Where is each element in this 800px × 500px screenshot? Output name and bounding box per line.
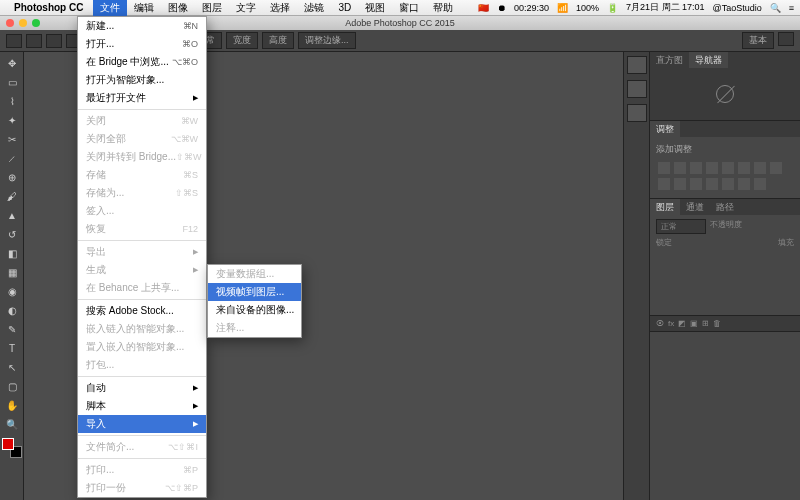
wand-tool[interactable]: ✦ [2, 111, 22, 129]
menu-view[interactable]: 视图 [358, 0, 392, 16]
path-tool[interactable]: ↖ [2, 358, 22, 376]
move-tool[interactable]: ✥ [2, 54, 22, 72]
menu-image[interactable]: 图像 [161, 0, 195, 16]
marquee-mode-1[interactable] [46, 34, 62, 48]
maximize-button[interactable] [32, 19, 40, 27]
menu-item[interactable]: 自动 [78, 379, 206, 397]
fx-icon[interactable]: fx [668, 319, 674, 328]
search-panel-icon[interactable] [778, 32, 794, 46]
adj-poster-icon[interactable] [706, 178, 718, 190]
ps-home-icon[interactable] [6, 34, 22, 48]
opt-refine[interactable]: 调整边缘... [298, 32, 356, 49]
date-time[interactable]: 7月21日 周二 17:01 [626, 1, 705, 14]
input-icon[interactable]: 🇨🇳 [478, 3, 489, 13]
wifi-icon[interactable]: 📶 [557, 3, 568, 13]
zoom-tool[interactable]: 🔍 [2, 415, 22, 433]
opt-width[interactable]: 宽度 [226, 32, 258, 49]
opt-height[interactable]: 高度 [262, 32, 294, 49]
menu-item: 在 Behance 上共享... [78, 279, 206, 297]
battery-icon: 🔋 [607, 3, 618, 13]
menu-item[interactable]: 脚本 [78, 397, 206, 415]
crop-tool[interactable]: ✂ [2, 130, 22, 148]
search-icon[interactable]: 🔍 [770, 3, 781, 13]
shape-tool[interactable]: ▢ [2, 377, 22, 395]
tool-preset[interactable] [26, 34, 42, 48]
new-layer-icon[interactable]: ⊞ [702, 319, 709, 328]
workspace-switcher[interactable]: 基本 [742, 32, 774, 49]
close-button[interactable] [6, 19, 14, 27]
menu-item[interactable]: 打开...⌘O [78, 35, 206, 53]
blend-mode[interactable]: 正常 [656, 219, 706, 234]
marquee-tool[interactable]: ▭ [2, 73, 22, 91]
adj-levels-icon[interactable] [674, 162, 686, 174]
adj-exposure-icon[interactable] [706, 162, 718, 174]
adj-selective-icon[interactable] [754, 178, 766, 190]
eyedropper-tool[interactable]: ⟋ [2, 149, 22, 167]
menu-item: 关闭全部⌥⌘W [78, 130, 206, 148]
tab-channels[interactable]: 通道 [680, 199, 710, 215]
adj-mixer-icon[interactable] [658, 178, 670, 190]
history-tool[interactable]: ↺ [2, 225, 22, 243]
adj-invert-icon[interactable] [690, 178, 702, 190]
menu-item[interactable]: 导入 [78, 415, 206, 433]
adj-lookup-icon[interactable] [674, 178, 686, 190]
tab-adjustments[interactable]: 调整 [650, 121, 680, 137]
menu-type[interactable]: 文字 [229, 0, 263, 16]
pen-tool[interactable]: ✎ [2, 320, 22, 338]
dodge-tool[interactable]: ◐ [2, 301, 22, 319]
menu-help[interactable]: 帮助 [426, 0, 460, 16]
menu-select[interactable]: 选择 [263, 0, 297, 16]
user-name[interactable]: @TaoStudio [713, 3, 762, 13]
link-layers-icon[interactable]: ⦿ [656, 319, 664, 328]
adj-bw-icon[interactable] [754, 162, 766, 174]
minimize-button[interactable] [19, 19, 27, 27]
tab-histogram[interactable]: 直方图 [650, 52, 689, 68]
stamp-tool[interactable]: ▲ [2, 206, 22, 224]
menu-item[interactable]: 打开为智能对象... [78, 71, 206, 89]
submenu-item[interactable]: 视频帧到图层... [208, 283, 301, 301]
color-swatches[interactable] [2, 438, 22, 458]
screen-record-icon[interactable]: ⏺ [497, 3, 506, 13]
adj-gradient-icon[interactable] [738, 178, 750, 190]
menu-edit[interactable]: 编辑 [127, 0, 161, 16]
adj-hue-icon[interactable] [738, 162, 750, 174]
type-tool[interactable]: T [2, 339, 22, 357]
blur-tool[interactable]: ◉ [2, 282, 22, 300]
adj-photo-icon[interactable] [770, 162, 782, 174]
adj-vibrance-icon[interactable] [722, 162, 734, 174]
hand-tool[interactable]: ✋ [2, 396, 22, 414]
adj-brightness-icon[interactable] [658, 162, 670, 174]
tab-paths[interactable]: 路径 [710, 199, 740, 215]
tab-layers[interactable]: 图层 [650, 199, 680, 215]
menu-item[interactable]: 最近打开文件 [78, 89, 206, 107]
adj-threshold-icon[interactable] [722, 178, 734, 190]
mask-icon[interactable]: ◩ [678, 319, 686, 328]
menu-icon[interactable]: ≡ [789, 3, 794, 13]
dock-properties-icon[interactable] [627, 104, 647, 122]
menu-item[interactable]: 在 Bridge 中浏览...⌥⌘O [78, 53, 206, 71]
healing-tool[interactable]: ⊕ [2, 168, 22, 186]
eraser-tool[interactable]: ◧ [2, 244, 22, 262]
menu-item[interactable]: 搜索 Adobe Stock... [78, 302, 206, 320]
menu-shortcut: ⌘P [183, 465, 198, 475]
menu-filter[interactable]: 滤镜 [297, 0, 331, 16]
delete-layer-icon[interactable]: 🗑 [713, 319, 721, 328]
adj-curves-icon[interactable] [690, 162, 702, 174]
dock-history-icon[interactable] [627, 56, 647, 74]
lasso-tool[interactable]: ⌇ [2, 92, 22, 110]
menu-window[interactable]: 窗口 [392, 0, 426, 16]
dock-actions-icon[interactable] [627, 80, 647, 98]
foreground-color[interactable] [2, 438, 14, 450]
layers-list [650, 255, 800, 315]
submenu-item[interactable]: 来自设备的图像... [208, 301, 301, 319]
brush-tool[interactable]: 🖌 [2, 187, 22, 205]
menubar-right: 🇨🇳 ⏺ 00:29:30 📶 100% 🔋 7月21日 周二 17:01 @T… [478, 1, 794, 14]
menu-layer[interactable]: 图层 [195, 0, 229, 16]
menu-item[interactable]: 新建...⌘N [78, 17, 206, 35]
new-group-icon[interactable]: ▣ [690, 319, 698, 328]
menu-3d[interactable]: 3D [331, 0, 358, 16]
gradient-tool[interactable]: ▦ [2, 263, 22, 281]
menu-item-label: 搜索 Adobe Stock... [86, 304, 174, 318]
tab-navigator[interactable]: 导航器 [689, 52, 728, 68]
menu-file[interactable]: 文件 [93, 0, 127, 16]
